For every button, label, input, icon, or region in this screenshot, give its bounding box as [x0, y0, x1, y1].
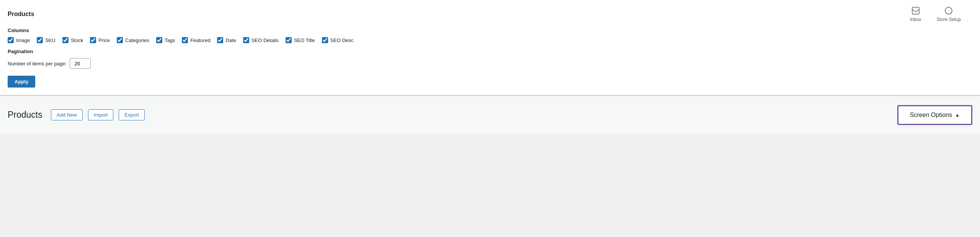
items-per-page-label: Number of items per page: — [8, 61, 67, 67]
header-bar: Products Inbox Store Setup — [8, 6, 972, 22]
svg-point-1 — [945, 7, 952, 14]
checkbox-featured[interactable]: Featured — [182, 37, 210, 43]
pagination-label: Pagination — [8, 49, 972, 54]
checkbox-image[interactable]: Image — [8, 37, 30, 43]
export-button[interactable]: Export — [119, 109, 145, 120]
import-button[interactable]: Import — [88, 109, 114, 120]
store-setup-icon — [944, 6, 953, 15]
screen-options-panel: Products Inbox Store Setup Columns Image — [0, 0, 980, 96]
checkbox-seo-title[interactable]: SEO Title — [286, 37, 315, 43]
screen-options-label: Screen Options — [910, 112, 952, 118]
bottom-bar: Products Add New Import Export Screen Op… — [0, 96, 980, 134]
pagination-row: Number of items per page: — [8, 58, 972, 69]
top-icons: Inbox Store Setup — [910, 6, 961, 22]
columns-section: Columns Image SKU Stock Price Categories… — [8, 28, 972, 43]
store-setup-label: Store Setup — [937, 17, 961, 22]
chevron-up-icon: ▲ — [955, 112, 960, 118]
checkbox-seo-desc[interactable]: SEO Desc — [322, 37, 354, 43]
columns-label: Columns — [8, 28, 972, 33]
checkbox-sku[interactable]: SKU — [37, 37, 56, 43]
checkbox-categories[interactable]: Categories — [117, 37, 149, 43]
products-heading: Products — [8, 110, 42, 120]
bottom-left: Products Add New Import Export — [8, 109, 145, 120]
store-setup-icon-item[interactable]: Store Setup — [937, 6, 961, 22]
checkbox-date[interactable]: Date — [217, 37, 236, 43]
inbox-icon — [911, 6, 920, 15]
pagination-section: Pagination Number of items per page: — [8, 49, 972, 69]
add-new-button[interactable]: Add New — [51, 109, 83, 120]
checkbox-stock[interactable]: Stock — [62, 37, 83, 43]
svg-rect-0 — [912, 7, 919, 14]
inbox-label: Inbox — [910, 17, 921, 22]
inbox-icon-item[interactable]: Inbox — [910, 6, 921, 22]
columns-row: Image SKU Stock Price Categories Tags Fe… — [8, 37, 972, 43]
apply-button[interactable]: Apply — [8, 76, 35, 88]
page-title-top: Products — [8, 11, 34, 18]
checkbox-tags[interactable]: Tags — [156, 37, 175, 43]
checkbox-seo-details[interactable]: SEO Details — [243, 37, 279, 43]
items-per-page-input[interactable] — [70, 58, 91, 69]
screen-options-button[interactable]: Screen Options ▲ — [897, 105, 972, 125]
checkbox-price[interactable]: Price — [90, 37, 110, 43]
